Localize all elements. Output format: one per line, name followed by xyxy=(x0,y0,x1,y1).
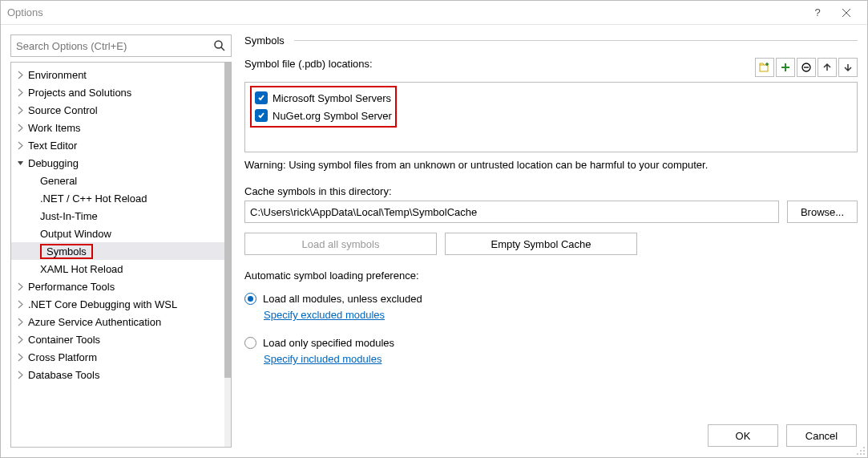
tree-item-label: Environment xyxy=(28,69,87,81)
arrow-down-icon xyxy=(843,63,853,72)
empty-cache-button[interactable]: Empty Symbol Cache xyxy=(445,233,637,255)
tree-item-label: .NET Core Debugging with WSL xyxy=(28,298,177,310)
svg-point-0 xyxy=(215,41,222,48)
resize-grip[interactable] xyxy=(855,445,866,456)
tree-item[interactable]: Debugging xyxy=(11,154,224,172)
tree-item-label: Work Items xyxy=(28,122,81,134)
chevron-right-icon xyxy=(16,371,25,379)
chevron-right-icon xyxy=(16,124,25,132)
close-icon xyxy=(842,8,851,18)
tree-scrollbar[interactable] xyxy=(224,63,231,447)
tree-item[interactable]: XAML Hot Reload xyxy=(11,260,224,278)
radio-load-specified-label: Load only specified modules xyxy=(263,337,394,349)
title-bar: Options ? xyxy=(1,1,867,25)
chevron-right-icon xyxy=(16,318,25,326)
tree-item-label: Symbols xyxy=(40,245,93,257)
move-down-button[interactable] xyxy=(838,58,858,77)
checkbox-icon xyxy=(255,109,268,122)
tree-item-label: Projects and Solutions xyxy=(28,87,131,99)
panel-divider xyxy=(294,40,858,41)
browse-button[interactable]: Browse... xyxy=(787,201,858,223)
radio-icon xyxy=(244,337,256,349)
svg-point-6 xyxy=(857,453,858,455)
plus-icon xyxy=(780,62,791,73)
load-all-symbols-button: Load all symbols xyxy=(244,233,437,255)
chevron-right-icon xyxy=(16,282,25,291)
tree-item[interactable]: Projects and Solutions xyxy=(11,83,224,101)
cancel-button[interactable]: Cancel xyxy=(786,424,857,447)
tree-item-label: .NET / C++ Hot Reload xyxy=(40,193,147,205)
tree-item[interactable]: Source Control xyxy=(11,101,224,119)
chevron-down-icon xyxy=(16,159,25,168)
tree-item[interactable]: Just-In-Time xyxy=(11,207,224,225)
svg-point-8 xyxy=(863,453,865,455)
chevron-right-icon xyxy=(16,88,25,97)
svg-rect-1 xyxy=(760,65,768,71)
chevron-right-icon xyxy=(16,71,25,79)
tree-item[interactable]: Environment xyxy=(11,66,224,83)
tree-item[interactable]: Text Editor xyxy=(11,136,224,154)
panel-heading: Symbols xyxy=(244,34,285,47)
chevron-right-icon xyxy=(16,141,25,150)
tree-item[interactable]: Database Tools xyxy=(11,366,224,383)
tree-item[interactable]: .NET Core Debugging with WSL xyxy=(11,295,224,313)
tree-item[interactable]: Performance Tools xyxy=(11,278,224,295)
options-tree[interactable]: EnvironmentProjects and SolutionsSource … xyxy=(11,63,224,447)
tree-item-label: Performance Tools xyxy=(28,281,115,293)
search-box[interactable] xyxy=(10,34,232,57)
svg-point-3 xyxy=(863,447,865,448)
tree-item[interactable]: Symbols xyxy=(11,242,224,260)
tree-item[interactable]: Work Items xyxy=(11,119,224,136)
tree-item[interactable]: Azure Service Authentication xyxy=(11,313,224,330)
tree-item-label: Debugging xyxy=(28,157,79,169)
cache-directory-input[interactable] xyxy=(244,201,779,223)
auto-loading-label: Automatic symbol loading preference: xyxy=(244,270,858,282)
chevron-right-icon xyxy=(16,335,25,344)
chevron-right-icon xyxy=(16,106,25,115)
tree-item-label: Azure Service Authentication xyxy=(28,316,161,328)
symbol-location-item[interactable]: NuGet.org Symbol Server xyxy=(255,107,392,124)
radio-load-all-label: Load all modules, unless excluded xyxy=(263,293,422,305)
search-input[interactable] xyxy=(16,40,213,52)
move-up-button[interactable] xyxy=(818,58,837,77)
grip-icon xyxy=(855,445,866,456)
chevron-right-icon xyxy=(16,353,25,362)
remove-button[interactable] xyxy=(797,58,816,77)
add-button[interactable] xyxy=(776,58,795,77)
radio-icon xyxy=(244,293,256,305)
locations-label: Symbol file (.pdb) locations: xyxy=(244,58,373,70)
minus-circle-icon xyxy=(801,62,812,73)
tree-item-label: Output Window xyxy=(40,228,111,240)
tree-item[interactable]: Cross Platform xyxy=(11,348,224,366)
location-label: Microsoft Symbol Servers xyxy=(273,92,391,104)
specify-excluded-link[interactable]: Specify excluded modules xyxy=(264,309,858,321)
tree-item[interactable]: .NET / C++ Hot Reload xyxy=(11,189,224,207)
close-button[interactable] xyxy=(832,2,861,24)
tree-item[interactable]: Container Tools xyxy=(11,330,224,348)
search-icon xyxy=(213,39,226,52)
svg-point-5 xyxy=(863,450,865,452)
tree-item-label: XAML Hot Reload xyxy=(40,263,123,275)
svg-point-4 xyxy=(860,450,862,452)
tree-item-label: Database Tools xyxy=(28,369,99,381)
radio-load-all[interactable]: Load all modules, unless excluded xyxy=(244,288,858,309)
ok-button[interactable]: OK xyxy=(708,424,778,447)
help-button[interactable]: ? xyxy=(803,2,832,24)
arrow-up-icon xyxy=(822,63,832,72)
radio-load-specified[interactable]: Load only specified modules xyxy=(244,332,858,353)
checkbox-icon xyxy=(255,91,268,104)
tree-item[interactable]: Output Window xyxy=(11,225,224,242)
new-folder-button[interactable] xyxy=(755,58,774,77)
tree-item-label: General xyxy=(40,175,77,187)
window-title: Options xyxy=(7,6,803,18)
cache-label: Cache symbols in this directory: xyxy=(244,185,858,197)
symbol-locations-list[interactable]: Microsoft Symbol ServersNuGet.org Symbol… xyxy=(244,82,858,152)
tree-item-label: Cross Platform xyxy=(28,351,97,363)
specify-included-link[interactable]: Specify included modules xyxy=(264,353,858,365)
new-folder-icon xyxy=(759,62,770,73)
tree-item-label: Just-In-Time xyxy=(40,210,98,222)
symbol-location-item[interactable]: Microsoft Symbol Servers xyxy=(255,89,392,107)
tree-item[interactable]: General xyxy=(11,172,224,189)
chevron-right-icon xyxy=(16,300,25,309)
warning-text: Warning: Using symbol files from an unkn… xyxy=(244,159,858,171)
